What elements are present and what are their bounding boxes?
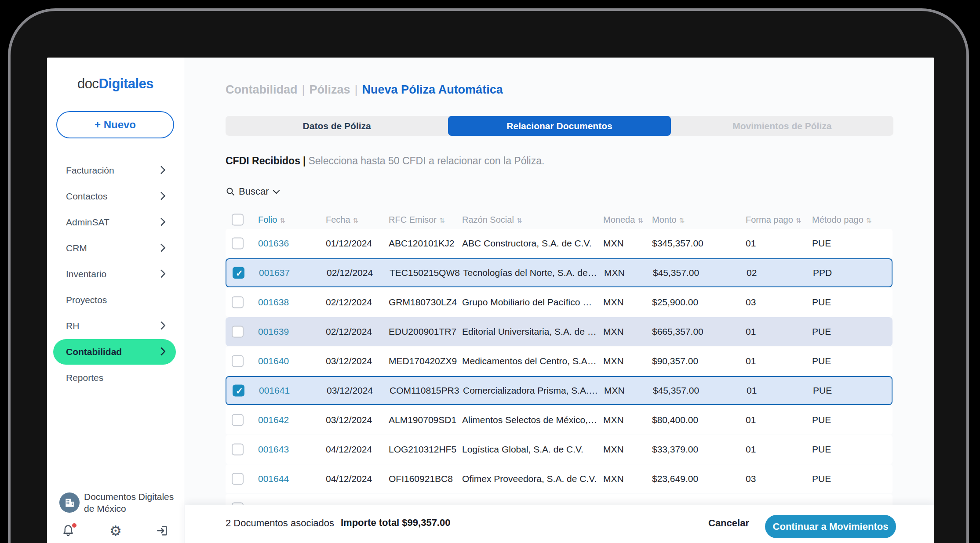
sidebar-item-label: CRM — [66, 243, 87, 253]
cell-razon-social: Logística Global, S.A. de C.V. — [462, 444, 583, 455]
col-rfc-emisor[interactable]: RFC Emisor⇅ — [389, 215, 444, 225]
col-folio[interactable]: Folio⇅ — [258, 215, 285, 225]
table-row[interactable]: 001639 02/12/2024 EDU200901TR7 Editorial… — [226, 317, 893, 346]
cell-folio-link[interactable]: 001644 — [258, 474, 289, 484]
sort-icon[interactable]: ⇅ — [280, 217, 285, 224]
row-checkbox[interactable] — [232, 444, 244, 456]
sidebar-item[interactable]: Contabilidad — [53, 339, 176, 365]
sidebar-item[interactable]: Contactos — [53, 184, 176, 209]
cell-metodo-pago: PUE — [812, 326, 831, 337]
cell-monto: $33,379.00 — [652, 444, 698, 455]
row-checkbox[interactable] — [232, 414, 244, 426]
cell-folio-link[interactable]: 001643 — [258, 444, 289, 455]
sort-icon[interactable]: ⇅ — [866, 217, 872, 224]
sidebar-item-label: Contactos — [66, 191, 108, 202]
sidebar-item[interactable]: Reportes — [53, 365, 176, 391]
chevron-right-icon — [157, 192, 166, 200]
cell-folio-link[interactable]: 001638 — [258, 297, 289, 308]
sort-icon[interactable]: ⇅ — [638, 217, 643, 224]
stage: docDigitales + Nuevo Facturación Contact… — [0, 0, 980, 543]
tab-movimientos-de-poliza[interactable]: Movimientos de Póliza — [671, 116, 893, 136]
row-checkbox[interactable] — [232, 473, 244, 485]
notifications-bell-icon[interactable] — [62, 524, 76, 538]
col-fecha[interactable]: Fecha⇅ — [326, 215, 358, 225]
table-header: Folio⇅ Fecha⇅ RFC Emisor⇅ Razón Social⇅ … — [226, 210, 893, 229]
settings-gear-icon[interactable]: ⚙ — [109, 524, 123, 538]
col-moneda[interactable]: Moneda⇅ — [603, 215, 643, 225]
section-subtitle: Selecciona hasta 50 CFDI a relacionar co… — [308, 155, 544, 167]
table-row[interactable]: 001642 03/12/2024 ALM190709SD1 Alimentos… — [226, 405, 893, 434]
cancel-button[interactable]: Cancelar — [706, 517, 752, 529]
table-row[interactable]: 001637 02/12/2024 TEC150215QW8 Tecnologí… — [226, 258, 893, 287]
table-row[interactable]: 001644 04/12/2024 OFI160921BC8 Ofimex Pr… — [226, 464, 893, 493]
cell-metodo-pago: PUE — [812, 415, 831, 425]
col-monto[interactable]: Monto⇅ — [652, 215, 685, 225]
chevron-right-icon — [157, 217, 166, 226]
sidebar-footer-icons: ⚙ — [47, 524, 184, 542]
row-checkbox[interactable] — [232, 297, 244, 308]
search-toggle[interactable]: Buscar — [226, 186, 279, 197]
cell-razon-social: Grupo Mobiliario del Pacífico S.A... — [462, 297, 597, 308]
tab-datos-de-poliza[interactable]: Datos de Póliza — [226, 116, 448, 136]
cell-forma-pago: 01 — [746, 238, 756, 249]
sidebar-item[interactable]: CRM — [53, 235, 176, 261]
company-avatar — [59, 492, 80, 513]
sidebar-item[interactable]: RH — [53, 313, 176, 339]
cell-folio-link[interactable]: 001642 — [258, 415, 289, 425]
table-row[interactable]: 001640 03/12/2024 MED170420ZX9 Medicamen… — [226, 347, 893, 376]
cell-rfc-emisor: ABC120101KJ2 — [389, 238, 454, 249]
breadcrumb-contabilidad[interactable]: Contabilidad — [226, 83, 298, 96]
row-checkbox[interactable] — [233, 385, 244, 397]
table-row[interactable]: 001638 02/12/2024 GRM180730LZ4 Grupo Mob… — [226, 288, 893, 317]
logout-icon[interactable] — [156, 524, 170, 538]
select-all-checkbox[interactable] — [232, 214, 244, 226]
cell-fecha: 02/12/2024 — [326, 326, 372, 337]
notification-dot — [72, 523, 77, 528]
cell-folio-link[interactable]: 001636 — [258, 238, 289, 249]
cell-folio-link[interactable]: 001640 — [258, 356, 289, 366]
sidebar-item-label: Proyectos — [66, 295, 107, 305]
main-content: Contabilidad|Pólizas|Nueva Póliza Automá… — [185, 58, 934, 543]
row-checkbox[interactable] — [233, 267, 244, 279]
cell-rfc-emisor: TEC150215QW8 — [390, 268, 460, 278]
table-row[interactable]: 001643 04/12/2024 LOG210312HF5 Logística… — [226, 435, 893, 464]
table-row[interactable]: 001636 01/12/2024 ABC120101KJ2 ABC Const… — [226, 229, 893, 258]
sidebar-item[interactable]: AdminSAT — [53, 210, 176, 235]
sort-icon[interactable]: ⇅ — [517, 217, 522, 224]
table-row[interactable]: 001641 03/12/2024 COM110815PR3 Comercial… — [226, 376, 893, 405]
cell-rfc-emisor: GRM180730LZ4 — [389, 297, 457, 308]
col-forma-pago[interactable]: Forma pago⇅ — [746, 215, 801, 225]
cell-metodo-pago: PUE — [812, 474, 831, 484]
sort-icon[interactable]: ⇅ — [439, 217, 445, 224]
cell-metodo-pago: PUE — [813, 385, 832, 396]
col-razon-social[interactable]: Razón Social⇅ — [462, 215, 522, 225]
sidebar-item[interactable]: Inventario — [53, 261, 176, 287]
sort-icon[interactable]: ⇅ — [796, 217, 801, 224]
logo-suffix: Digitales — [98, 76, 153, 91]
new-button[interactable]: + Nuevo — [56, 111, 174, 138]
sidebar-item[interactable]: Proyectos — [53, 287, 176, 313]
cell-moneda: MXN — [603, 415, 624, 425]
cell-metodo-pago: PUE — [812, 238, 831, 249]
cell-forma-pago: 01 — [746, 326, 756, 337]
cell-folio-link[interactable]: 001637 — [259, 268, 290, 278]
sort-icon[interactable]: ⇅ — [353, 217, 359, 224]
cell-razon-social: Medicamentos del Centro, S.A. de... — [462, 356, 597, 366]
cell-forma-pago: 01 — [746, 444, 756, 455]
cell-forma-pago: 02 — [747, 268, 757, 278]
continue-button[interactable]: Continuar a Movimientos — [765, 515, 896, 538]
sidebar-item[interactable]: Facturación — [53, 158, 176, 183]
row-checkbox[interactable] — [232, 238, 244, 250]
breadcrumb-polizas[interactable]: Pólizas — [310, 83, 350, 96]
sort-icon[interactable]: ⇅ — [679, 217, 685, 224]
row-checkbox[interactable] — [232, 355, 244, 367]
cell-folio-link[interactable]: 001639 — [258, 326, 289, 337]
row-checkbox[interactable] — [232, 326, 244, 338]
cell-metodo-pago: PUE — [812, 356, 831, 366]
cell-moneda: MXN — [604, 268, 625, 278]
cell-folio-link[interactable]: 001641 — [259, 385, 290, 396]
tab-relacionar-documentos[interactable]: Relacionar Documentos — [448, 116, 670, 136]
col-metodo-pago[interactable]: Método pago⇅ — [812, 215, 871, 225]
cell-fecha: 03/12/2024 — [326, 415, 372, 425]
cell-razon-social: Alimentos Selectos de México, S... — [462, 415, 597, 425]
